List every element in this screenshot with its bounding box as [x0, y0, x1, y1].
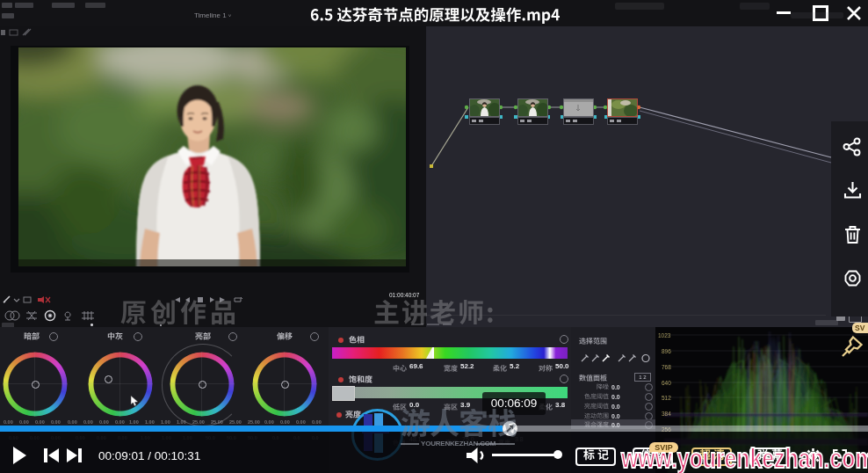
- svg-text:896: 896: [662, 348, 671, 354]
- svg-text:768: 768: [662, 364, 671, 370]
- svg-text:1023: 1023: [658, 332, 671, 338]
- svg-text:640: 640: [662, 380, 671, 386]
- svg-text:512: 512: [662, 395, 671, 401]
